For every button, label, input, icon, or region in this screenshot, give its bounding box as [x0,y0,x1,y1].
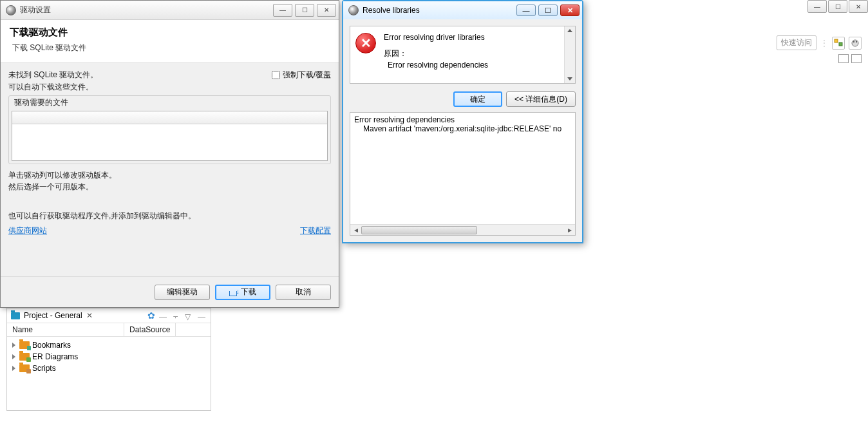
maximize-button[interactable]: ☐ [295,4,314,17]
toolbar-right: 快速访问 ⋮ [777,35,862,50]
download-config-link[interactable]: 下载配置 [300,225,331,236]
bg-close-button[interactable]: ✕ [849,0,868,13]
app-icon [6,5,16,15]
perspective-icon-1[interactable] [832,37,845,50]
not-found-label: 未找到 SQLite 驱动文件。 [8,70,98,80]
tab-close-icon[interactable]: ✕ [86,311,93,320]
details-line: Error resolving dependencies [354,115,571,124]
expand-icon[interactable] [12,366,15,371]
tree-item-label: Bookmarks [32,341,71,350]
quick-access-field[interactable]: 快速访问 [777,35,816,50]
can-auto-label: 可以自动下载这些文件。 [8,82,331,93]
driver-dialog-titlebar[interactable]: 驱动设置 — ☐ ✕ [1,1,339,20]
panel-action-icon-1[interactable]: — [159,312,168,319]
header-subtitle: 下载 SQLite 驱动文件 [10,42,330,53]
hint-text-2: 也可以自行获取驱动程序文件,并添加到驱动编辑器中。 [8,211,331,222]
error-title: Error resolving driver libraries [384,33,558,42]
svg-rect-0 [835,39,838,42]
error-icon: ✕ [355,33,376,53]
required-files-group: 驱动需要的文件 [8,95,331,164]
cancel-button[interactable]: 取消 [276,285,331,300]
reason-label: 原因： [384,48,558,59]
resolve-libraries-dialog: Resolve libraries — ☐ ✕ ✕ Error resolvin… [342,0,583,243]
bg-maximize-button[interactable]: ☐ [828,0,847,13]
resolve-dialog-titlebar[interactable]: Resolve libraries — ☐ ✕ [343,1,582,19]
download-icon [229,288,238,296]
group-title: 驱动需要的文件 [12,97,71,108]
horizontal-scrollbar[interactable]: ◂ ▸ [350,224,575,235]
scroll-left-icon[interactable]: ◂ [350,225,361,235]
details-textbox[interactable]: Error resolving dependencies Maven artif… [350,112,576,236]
error-message-box: ✕ Error resolving driver libraries 原因： E… [350,26,576,84]
details-line: Maven artifact 'maven:/org.xerial:sqlite… [354,124,571,133]
tree-item[interactable]: Scripts [10,363,208,374]
editor-maximize-icon[interactable] [851,54,862,63]
app-icon [348,5,359,15]
folder-icon [19,353,30,361]
project-tree: Bookmarks ER Diagrams Scripts [7,337,211,377]
folder-icon [11,312,20,319]
tree-item[interactable]: ER Diagrams [10,351,208,363]
svg-point-3 [853,41,854,42]
perspective-icon-2[interactable] [849,37,862,50]
force-download-label: 强制下载/覆盖 [283,70,331,80]
project-tab-label: Project - General [24,311,82,320]
tree-item-label: ER Diagrams [32,352,78,361]
svg-point-4 [856,41,857,42]
download-button[interactable]: 下载 [215,285,270,300]
vertical-scrollbar[interactable] [564,26,575,83]
maximize-button[interactable]: ☐ [538,5,558,16]
dialog-header: 下载驱动文件 下载 SQLite 驱动文件 [1,20,339,63]
close-button[interactable]: ✕ [560,5,580,16]
force-download-checkbox[interactable]: 强制下载/覆盖 [272,70,331,80]
expand-icon[interactable] [12,354,15,359]
dialog-footer: 编辑驱动 下载 取消 [1,276,339,307]
project-panel: Project - General ✕ ✿ — ⫟ ▽ — Name DataS… [6,308,211,411]
vendor-site-link[interactable]: 供应商网站 [8,225,47,236]
required-files-list[interactable] [12,111,328,161]
expand-icon[interactable] [12,343,15,348]
driver-dialog-title: 驱动设置 [20,5,272,15]
scroll-right-icon[interactable]: ▸ [564,225,575,235]
details-button[interactable]: << 详细信息(D) [506,91,576,107]
force-download-checkbox-input[interactable] [272,71,280,79]
project-columns-header: Name DataSource [7,323,211,337]
gear-icon[interactable]: ✿ [147,310,155,321]
close-button[interactable]: ✕ [317,4,336,17]
minimize-button[interactable]: — [273,4,292,17]
ok-button[interactable]: 确定 [453,91,502,107]
panel-minimize-icon[interactable]: — [198,312,207,319]
tree-item[interactable]: Bookmarks [10,339,208,351]
folder-icon [19,364,30,372]
folder-icon [19,341,30,349]
header-title: 下载驱动文件 [10,26,330,39]
hint-text: 单击驱动列可以修改驱动版本。 然后选择一个可用版本。 [8,169,331,193]
edit-driver-button[interactable]: 编辑驱动 [155,285,210,300]
resolve-dialog-title: Resolve libraries [363,6,515,15]
driver-settings-dialog: 驱动设置 — ☐ ✕ 下载驱动文件 下载 SQLite 驱动文件 未找到 SQL… [0,0,339,308]
bg-minimize-button[interactable]: — [807,0,827,13]
project-tab[interactable]: Project - General ✕ ✿ — ⫟ ▽ — [7,308,211,323]
minimize-button[interactable]: — [516,5,536,16]
editor-minimize-icon[interactable] [838,54,849,63]
scroll-thumb[interactable] [361,226,477,234]
column-name[interactable]: Name [7,323,124,336]
panel-action-icon-3[interactable]: ▽ [185,312,194,319]
svg-point-2 [852,40,858,46]
tree-item-label: Scripts [32,364,56,373]
svg-rect-1 [839,42,842,46]
panel-action-icon-2[interactable]: ⫟ [172,312,181,319]
reason-text: Error resolving dependencies [384,61,558,70]
column-datasource[interactable]: DataSource [124,323,176,336]
